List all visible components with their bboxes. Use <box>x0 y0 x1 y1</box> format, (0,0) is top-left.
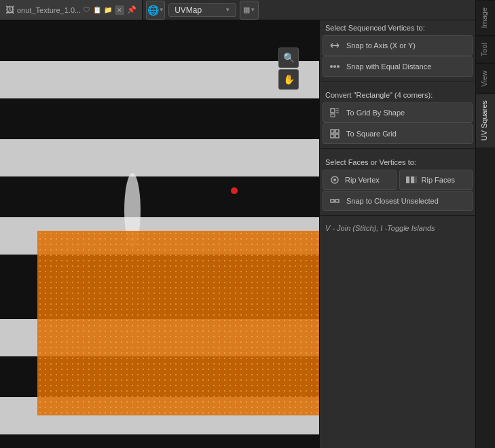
snap-axis-button[interactable]: Snap to Axis (X or Y) <box>323 35 473 56</box>
svg-rect-33 <box>335 200 339 202</box>
uvmap-selector[interactable]: UVMap ▼ <box>168 3 236 17</box>
svg-rect-18 <box>331 109 335 113</box>
editor-type-button[interactable]: 🌐 ▼ <box>146 1 165 20</box>
hand-icon: ✋ <box>283 74 295 85</box>
snap-closest-label: Snap to Closest Unselected <box>346 197 439 205</box>
rip-faces-button[interactable]: Rip Faces <box>399 170 473 190</box>
zoom-icon: 🔍 <box>283 52 295 63</box>
tab-view-label: View <box>480 71 488 87</box>
divider2 <box>320 148 475 149</box>
rip-buttons-row: Rip Vertex Rip Faces <box>323 170 473 190</box>
close-tab-button[interactable]: ✕ <box>115 5 124 15</box>
snap-equal-button[interactable]: Snap with Equal Distance <box>323 56 473 77</box>
svg-rect-30 <box>411 176 414 183</box>
grid-shape-icon <box>329 107 341 119</box>
tool-sidebar: 🔍 ✋ <box>275 48 302 90</box>
rip-vertex-icon <box>329 174 341 186</box>
to-grid-shape-label: To Grid By Shape <box>346 109 405 117</box>
copy-icon: 📋 <box>93 6 101 14</box>
file-tab[interactable]: 🖼 onut_Texture_1.0... 🛡 📋 📁 ✕ 📌 <box>0 0 143 20</box>
select-faces-label: Select Faces or Vertices to: <box>320 153 475 169</box>
red-dot-marker <box>231 187 238 194</box>
folder-icon: 📁 <box>104 6 112 14</box>
divider3 <box>320 215 475 216</box>
rip-vertex-label: Rip Vertex <box>345 176 380 184</box>
convert-rect-label: Convert "Rectangle" (4 corners): <box>320 86 475 102</box>
tab-tool[interactable]: Tool <box>476 35 495 63</box>
svg-point-28 <box>333 179 336 181</box>
snap-closest-button[interactable]: Snap to Closest Unselected <box>323 191 473 211</box>
save-icon: 🛡 <box>84 6 90 14</box>
svg-rect-26 <box>335 134 339 138</box>
axis-icon <box>329 39 341 52</box>
rip-faces-icon <box>405 174 418 186</box>
svg-rect-25 <box>331 134 334 138</box>
svg-rect-24 <box>335 130 339 133</box>
pin-button[interactable]: 📌 <box>127 5 136 15</box>
tab-uv-squares-label: UV Squares <box>480 100 488 141</box>
pan-tool-button[interactable]: ✋ <box>278 69 299 90</box>
svg-rect-19 <box>331 114 335 117</box>
rip-vertex-button[interactable]: Rip Vertex <box>323 170 397 190</box>
file-icon: 🖼 <box>5 5 14 15</box>
join-stitch-info: V - Join (Stitch), I -Toggle Islands <box>320 220 475 236</box>
svg-point-16 <box>333 65 336 68</box>
grid-icon: ▦ <box>243 5 250 14</box>
tab-image-label: Image <box>480 7 488 29</box>
to-grid-shape-button[interactable]: To Grid By Shape <box>323 102 473 123</box>
svg-rect-31 <box>414 176 417 183</box>
tab-image[interactable]: Image <box>476 0 495 35</box>
snap-closest-icon <box>329 195 341 207</box>
right-panel: ▼ UV Squares ⋮⋮ Select Sequenced Vertice… <box>319 0 475 448</box>
uv-editor-header: 🖼 onut_Texture_1.0... 🛡 📋 📁 ✕ 📌 🌐 ▼ UVMa… <box>0 0 475 20</box>
rip-faces-label: Rip Faces <box>422 176 456 184</box>
view-options-button[interactable]: ▦ ▼ <box>240 1 259 20</box>
chevron-down-icon2: ▼ <box>225 7 230 13</box>
square-grid-icon <box>329 128 341 140</box>
svg-rect-32 <box>331 200 334 202</box>
to-square-grid-button[interactable]: To Square Grid <box>323 124 473 144</box>
uv-squares-panel: ▼ UV Squares ⋮⋮ Select Sequenced Vertice… <box>320 0 475 448</box>
svg-rect-23 <box>331 130 334 133</box>
tab-uv-squares[interactable]: UV Squares <box>476 93 495 147</box>
zoom-tool-button[interactable]: 🔍 <box>278 48 299 68</box>
chevron-down-icon: ▼ <box>159 7 164 13</box>
svg-point-17 <box>337 65 340 68</box>
chevron-down-icon3: ▼ <box>250 7 255 13</box>
tab-label: onut_Texture_1.0... <box>17 6 81 14</box>
svg-point-15 <box>330 65 333 68</box>
select-sequenced-label: Select Sequenced Vertices to: <box>320 18 475 35</box>
to-square-grid-label: To Square Grid <box>346 130 397 138</box>
svg-rect-29 <box>406 176 409 183</box>
uvmap-label: UVMap <box>175 5 202 15</box>
tab-tool-label: Tool <box>480 43 488 56</box>
tab-view[interactable]: View <box>476 63 495 94</box>
snap-axis-label: Snap to Axis (X or Y) <box>346 41 416 50</box>
globe-icon: 🌐 <box>147 5 159 16</box>
equal-dist-icon <box>329 60 341 73</box>
vertical-tabs: Image Tool View UV Squares <box>475 0 495 448</box>
snap-equal-label: Snap with Equal Distance <box>346 62 431 71</box>
divider1 <box>320 81 475 81</box>
